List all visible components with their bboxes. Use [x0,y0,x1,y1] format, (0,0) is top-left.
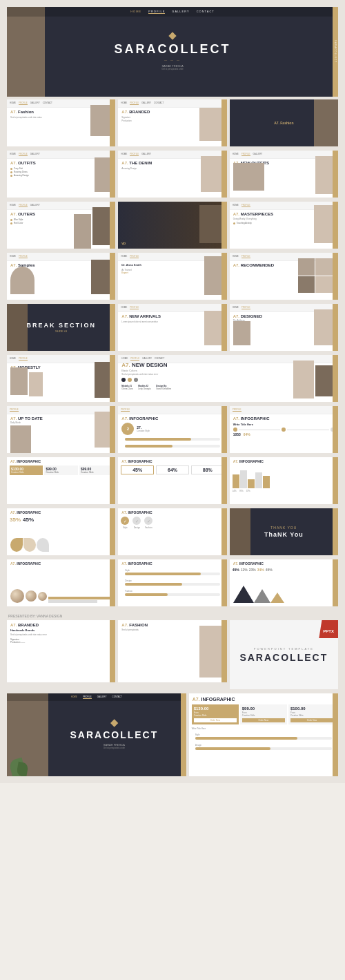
bottom-grid: A7. BRANDED Handmade Brands Sed ut persp… [7,620,338,689]
progress-rows [118,436,226,449]
slide-recommended: HOME PROFILE A7. RECOMMENDED [230,253,338,300]
bar3 [248,479,255,488]
large-diamond [110,719,118,727]
slide-progress2: A7. INFOGRAPHIC Style Design Fashion [118,559,226,606]
pct2-val: 64% [158,468,187,472]
fashion-image [90,105,110,136]
modestly-image3 [95,362,110,398]
sphere2 [26,590,37,602]
nav-item-active: PROFILE [241,255,250,258]
slide-outers: HOME PROFILE GALLERY A7. OUTERS Blue Sty… [7,202,115,249]
accent-bar [333,457,338,504]
slide-title: A7. INFOGRAPHIC [118,457,226,464]
nav-home[interactable]: HOME [130,10,141,14]
row-4: HOME PROFILE A7. Samples HOME PROFILE Dr… [7,253,338,300]
nav-item-active: PROFILE [19,204,28,207]
nav-item: GALLERY [30,204,40,207]
info-val1: 1053 [233,432,241,436]
mountain3 [270,593,284,603]
pct-box3: 88% [191,465,224,474]
hero-accent-bar: SARACOLLECT [333,7,338,97]
slide-new-outfits: HOME PROFILE GALLERY A7. NEW OUTFITS [230,151,338,198]
slide-fashion-bottom: A7. FASHION Sed ut perspiciatis [118,620,226,682]
mp5: 45% [266,568,273,572]
pptx-label: PPTX [323,629,334,633]
accent-bar [221,253,227,300]
final-title: SARACOLLECT [239,652,328,663]
pct3-val: 88% [193,468,222,472]
accent-bar [333,559,338,606]
lg-price1-sub: Creative Slide [194,714,237,717]
hero-main-title: SARACOLLECT [115,42,231,57]
nav-item: GALLERY [141,153,151,156]
accent-bar [333,253,338,300]
price3: $99.00 Creative Slide [79,465,112,475]
color-swatch-dark [121,378,126,382]
accent-bar [110,99,115,146]
accent-bar [333,406,338,453]
s-bar2 [48,600,97,603]
large-center-content: SARACOLLECT SARAH FRESCA Girl at perspic… [70,720,158,749]
nav-item-active: PROFILE [241,306,250,309]
nav-item: HOME [10,255,16,258]
s-bar1 [48,597,110,599]
accent-bar [333,304,338,351]
model1-name: Gloria Clara [121,387,132,390]
denim-image [201,156,221,192]
new-outfits-image2 [315,156,333,194]
bar-chart [233,465,335,490]
accent-bar [221,457,227,504]
new-design-title: A7. NEW DESIGN [121,362,310,368]
lg-cta2[interactable]: Order Now [242,718,285,722]
info-circle: 2 [121,423,134,435]
slide-new-design: HOME PROFILE GALLERY CONTACT A7. NEW DES… [118,355,338,402]
accent-bar [110,202,115,249]
a7-prefix: A7. [10,110,17,114]
lg-cta3[interactable]: Order Now [290,718,333,722]
rec-img2 [315,258,333,276]
slide-placeholder: A7. Fashion [230,99,338,146]
slide-drsmith: HOME PROFILE Dr. Anna Smith As Trained E… [118,253,226,300]
slide-checks: A7. INFOGRAPHIC ✓ Style ✓ Design ✓ [118,508,226,555]
nav-gallery: GALLERY [142,357,152,361]
accent-bar [221,151,227,198]
row-5: BREAK SECTION SLIDE #1 HOME PROFILE A7. … [7,304,338,351]
nav-item: HOME [233,306,239,309]
accent-bar [221,508,227,555]
hero-sub: — — — [115,58,231,61]
slide-title: A7. INFOGRAPHIC [118,559,226,566]
prog-label1: Style [125,569,219,572]
check-items: ✓ Style ✓ Design ✓ Fashion [118,515,226,530]
large-nav: HOME PROFILE GALLERY CONTACT [7,693,186,701]
nav-item: HOME [10,102,16,105]
slide-new-arrivals: HOME PROFILE A7. NEW ARRIVALS Lorem ipsu… [118,304,226,351]
nav-item-active: PROFILE [130,306,139,309]
nav-contact[interactable]: CONTACT [197,10,215,14]
mountain2 [254,589,270,603]
large-infographic-header: A7. INFOGRAPHIC [189,693,338,703]
row-6: HOME PROFILE A7. MODESTLY HOME PROFILE G… [7,355,338,402]
masterpieces-image [314,205,335,243]
slide-samples: HOME PROFILE A7. Samples [7,253,115,300]
accent-bar-text: SARACOLLECT [334,40,337,63]
accent-bar [221,406,227,453]
update-image1 [10,425,31,453]
thankyou-small: THANK YOU [264,526,304,530]
slide-fashion: HOME PROFILE GALLERY CONTACT A7. Fashion… [7,99,115,146]
new-design-image2 [315,365,333,396]
hero-slide: HOME PROFILE GALLERY CONTACT SARACOLLECT… [7,7,338,97]
a7-prefix: A7. [121,110,128,114]
lg-cta1[interactable]: Order Now [194,718,237,722]
nav-gallery[interactable]: GALLERY [172,10,189,14]
slide-branded-bottom: A7. BRANDED Handmade Brands Sed ut persp… [7,620,115,682]
slide-thankyou: THANK YOU ThaNK You [230,508,338,555]
price1: $130.00 Creative Slide [10,465,43,475]
slide-masterpieces: HOME PROFILE A7. MASTERPIECES Going Most… [230,202,338,249]
dark-slide-title: A7. Fashion [274,121,293,125]
prog-label3: Fashion [125,590,219,593]
nav-profile[interactable]: PROFILE [148,10,165,14]
slide-infographic2: PROFILE A7. INFOGRAPHIC Write Title Here… [230,406,338,453]
model2-name: Letty Georgia [138,387,150,390]
nav-item: CONTACT [43,102,52,105]
slide-branded: HOME PROFILE GALLERY CONTACT A7. BRANDED… [118,99,226,146]
